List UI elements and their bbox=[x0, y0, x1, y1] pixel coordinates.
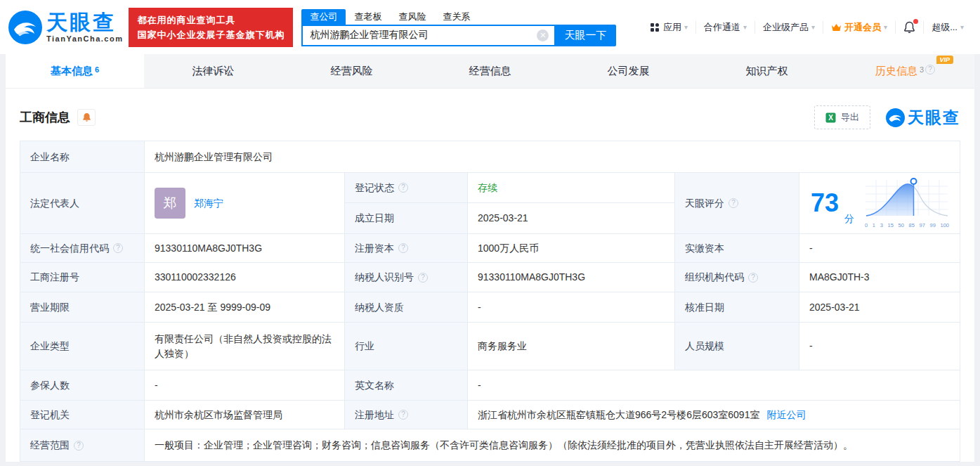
staff-size-label: 人员规模 bbox=[675, 323, 799, 370]
tab-legal-label: 法律诉讼 bbox=[192, 65, 235, 78]
tab-basic-info[interactable]: 基本信息 6 bbox=[6, 54, 144, 88]
reg-capital-label: 注册资本 bbox=[355, 241, 394, 256]
company-type-value: 有限责任公司（非自然人投资或控股的法人独资） bbox=[145, 323, 345, 370]
nav-apps-label: 应用 bbox=[663, 21, 681, 34]
history-help-icon[interactable] bbox=[925, 65, 935, 75]
reg-authority-value: 杭州市余杭区市场监督管理局 bbox=[145, 401, 345, 429]
svg-text:X: X bbox=[828, 114, 833, 122]
reg-address-value: 浙江省杭州市余杭区瓶窑镇瓶仓大道966号2号楼6层603室6091室 bbox=[478, 408, 759, 422]
tab-operating-risk[interactable]: 经营风险 bbox=[282, 54, 421, 88]
reg-address-label-cell: 注册地址 bbox=[345, 401, 468, 429]
score-unit: 分 bbox=[844, 212, 854, 226]
search-tab-relation[interactable]: 查关系 bbox=[434, 9, 478, 25]
score-help-icon[interactable] bbox=[729, 198, 738, 208]
reg-authority-label: 登记机关 bbox=[20, 401, 145, 429]
nav-notifications[interactable] bbox=[895, 21, 923, 34]
promo-line1: 都在用的商业查询工具 bbox=[137, 13, 285, 27]
industry-label: 行业 bbox=[345, 323, 468, 370]
company-tabbar: 基本信息 6 法律诉讼 经营风险 经营信息 公司发展 知识产权 历史信息 3 V… bbox=[6, 54, 974, 89]
english-name-label: 英文名称 bbox=[345, 370, 468, 401]
subscribe-bell-button[interactable] bbox=[77, 109, 96, 126]
org-code-label: 组织机构代码 bbox=[685, 270, 744, 285]
tab-intellectual-property[interactable]: 知识产权 bbox=[698, 54, 836, 88]
nav-partner-label: 合作通道 bbox=[704, 21, 740, 34]
watermark-logo[interactable]: 天眼查 bbox=[886, 107, 960, 129]
watermark-logo-text: 天眼查 bbox=[908, 107, 960, 129]
tab-basic-info-label: 基本信息 bbox=[51, 65, 93, 78]
export-button[interactable]: X 导出 bbox=[814, 105, 870, 129]
taxpayer-id-label-cell: 纳税人识别号 bbox=[345, 263, 468, 292]
tianyancha-logo[interactable]: 天眼查 TianYanCha.com bbox=[8, 11, 123, 44]
tab-company-development-label: 公司发展 bbox=[608, 65, 650, 78]
establish-date-label: 成立日期 bbox=[345, 203, 468, 234]
tab-operating-info[interactable]: 经营信息 bbox=[421, 54, 559, 88]
nav-account-label: 超级... bbox=[932, 21, 958, 34]
org-code-help-icon[interactable] bbox=[748, 273, 758, 283]
vip-badge: VIP bbox=[936, 56, 954, 64]
industry-value: 商务服务业 bbox=[468, 323, 675, 370]
nav-apps[interactable]: 应用 bbox=[642, 21, 695, 34]
business-term-label: 营业期限 bbox=[20, 292, 145, 323]
establish-date-value: 2025-03-21 bbox=[468, 203, 675, 234]
score-distribution-chart: 0131550859799100 bbox=[864, 177, 950, 229]
tab-history-info[interactable]: 历史信息 3 VIP bbox=[836, 54, 974, 88]
nav-open-vip[interactable]: 开通会员 bbox=[823, 21, 895, 34]
nav-enterprise-label: 企业级产品 bbox=[763, 21, 809, 34]
tab-operating-info-label: 经营信息 bbox=[469, 65, 511, 78]
top-header: 天眼查 TianYanCha.com 都在用的商业查询工具 国家中小企业发展子基… bbox=[0, 0, 980, 54]
reg-address-label: 注册地址 bbox=[355, 408, 394, 422]
top-nav: 应用 合作通道 企业级产品 开通会员 超级... bbox=[642, 21, 972, 34]
insured-count-value: - bbox=[145, 370, 345, 401]
reg-status-help-icon[interactable] bbox=[398, 183, 408, 193]
score-chart-axis: 0131550859799100 bbox=[864, 221, 950, 229]
org-code-label-cell: 组织机构代码 bbox=[675, 263, 799, 292]
score-pin-icon bbox=[911, 179, 917, 184]
business-info-card: 工商信息 X 导出 bbox=[6, 89, 974, 462]
tianyancha-logo-icon bbox=[8, 11, 42, 44]
tab-history-info-count: 3 bbox=[920, 65, 924, 74]
clear-icon[interactable] bbox=[537, 30, 549, 41]
nav-partner[interactable]: 合作通道 bbox=[695, 21, 754, 34]
nav-account[interactable]: 超级... bbox=[923, 21, 972, 34]
search-button[interactable]: 天眼一下 bbox=[554, 25, 616, 46]
reg-address-help-icon[interactable] bbox=[398, 410, 408, 420]
search-tab-company[interactable]: 查公司 bbox=[301, 9, 346, 25]
taxpayer-quality-value: - bbox=[468, 292, 675, 323]
reg-status-label: 登记状态 bbox=[355, 181, 394, 195]
app-grid-icon bbox=[650, 22, 660, 32]
taxpayer-id-label: 纳税人识别号 bbox=[355, 270, 414, 285]
org-code-value: MA8GJ0TH-3 bbox=[799, 263, 960, 292]
paid-capital-label: 实缴资本 bbox=[675, 234, 799, 263]
reg-number-value: 330110002332126 bbox=[145, 263, 345, 292]
search-input[interactable] bbox=[301, 25, 554, 46]
notification-dot bbox=[913, 19, 918, 24]
reg-status-label-cell: 登记状态 bbox=[345, 173, 468, 203]
approval-date-value: 2025-03-21 bbox=[799, 292, 960, 323]
insured-count-label: 参保人数 bbox=[20, 370, 145, 401]
approval-date-label: 核准日期 bbox=[675, 292, 799, 323]
tab-history-info-label: 历史信息 bbox=[875, 65, 917, 78]
search-tab-boss[interactable]: 查老板 bbox=[346, 9, 390, 25]
legal-rep-label: 法定代表人 bbox=[20, 173, 145, 234]
credit-code-value: 91330110MA8GJ0TH3G bbox=[145, 234, 345, 263]
business-scope-label: 经营范围 bbox=[30, 438, 70, 453]
promo-banner[interactable]: 都在用的商业查询工具 国家中小企业发展子基金旗下机构 bbox=[129, 8, 293, 47]
orange-bell-icon bbox=[82, 112, 91, 122]
crown-icon bbox=[831, 22, 842, 32]
legal-rep-name-link[interactable]: 郑海宁 bbox=[194, 196, 223, 211]
taxpayer-id-help-icon[interactable] bbox=[418, 273, 428, 283]
search-tab-risk[interactable]: 查风险 bbox=[390, 9, 434, 25]
credit-code-help-icon[interactable] bbox=[113, 243, 123, 253]
export-button-label: 导出 bbox=[841, 111, 859, 124]
nav-enterprise[interactable]: 企业级产品 bbox=[754, 21, 823, 34]
tab-legal[interactable]: 法律诉讼 bbox=[144, 54, 282, 88]
reg-capital-value: 1000万人民币 bbox=[468, 234, 675, 263]
tab-company-development[interactable]: 公司发展 bbox=[559, 54, 698, 88]
company-name-value: 杭州游鹏企业管理有限公司 bbox=[145, 141, 960, 173]
nearby-companies-link[interactable]: 附近公司 bbox=[766, 408, 806, 422]
reg-capital-help-icon[interactable] bbox=[398, 243, 408, 253]
business-scope-label-cell: 经营范围 bbox=[20, 429, 145, 461]
business-scope-help-icon[interactable] bbox=[74, 441, 84, 451]
company-name-label: 企业名称 bbox=[20, 141, 145, 173]
legal-rep-avatar[interactable]: 郑 bbox=[155, 188, 185, 219]
